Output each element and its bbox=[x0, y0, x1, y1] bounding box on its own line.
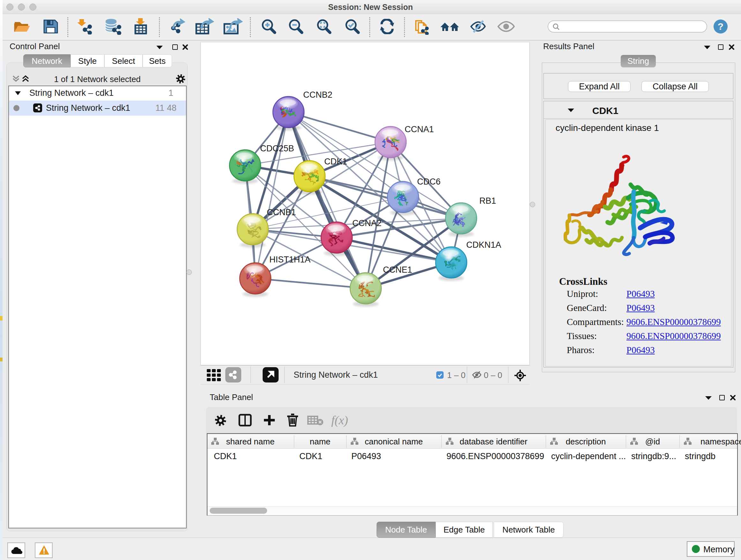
svg-text:CCNB2: CCNB2 bbox=[303, 90, 333, 100]
svg-text:CDK1: CDK1 bbox=[324, 157, 347, 166]
svg-text:RB1: RB1 bbox=[479, 196, 496, 206]
svg-text:CDKN1A: CDKN1A bbox=[466, 240, 501, 250]
svg-text:CDC25B: CDC25B bbox=[260, 144, 294, 153]
svg-text:HIST1H1A: HIST1H1A bbox=[269, 255, 311, 264]
svg-text:CCNA2: CCNA2 bbox=[352, 219, 382, 228]
svg-text:CCNA1: CCNA1 bbox=[405, 125, 434, 134]
svg-text:CDC6: CDC6 bbox=[417, 177, 441, 186]
svg-text:CCNE1: CCNE1 bbox=[383, 265, 412, 274]
svg-text:CCNB1: CCNB1 bbox=[267, 207, 296, 217]
